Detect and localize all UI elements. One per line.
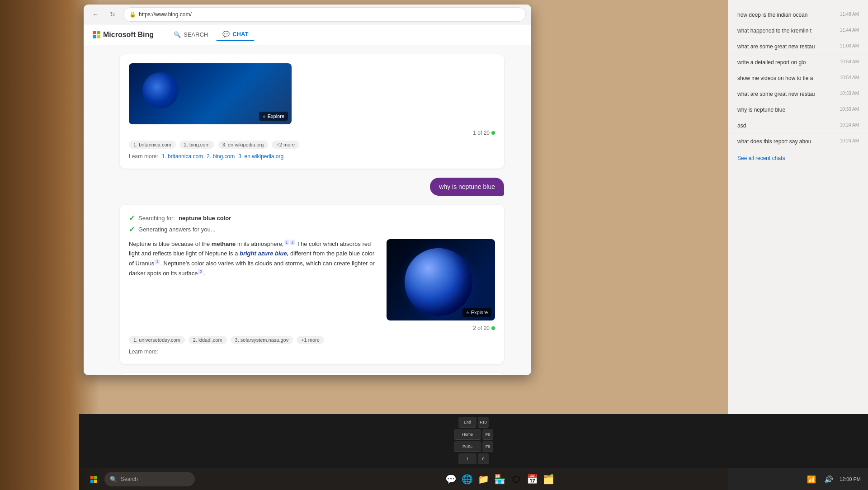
generating-line: ✓ Generating answers for you... (129, 225, 495, 234)
learn-more-row-1: Learn more: 1. britannica.com 2. bing.co… (129, 153, 495, 160)
chat-time-7: 10:33 AM (840, 107, 859, 112)
learn-link-1[interactable]: 1. britannica.com (162, 153, 203, 160)
source-links-2: 1. universetoday.com 2. kidadl.com 3. so… (129, 336, 495, 344)
message-counter-1: 1 of 20 (129, 130, 495, 136)
key-0[interactable]: 0 (478, 453, 489, 464)
chat-text-9: what does this report say abou (737, 138, 828, 145)
explore-button-1[interactable]: ⟐ Explore (259, 112, 288, 121)
key-prtsc[interactable]: PrtSc (454, 441, 481, 452)
sup-3: 1 (155, 259, 160, 264)
taskbar-explorer[interactable]: 📁 (476, 472, 491, 486)
taskbar-left: 🔍 Search (86, 472, 195, 486)
check-icon-2: ✓ (129, 225, 135, 234)
sup-2: 2 (290, 240, 295, 245)
chat-time-4: 10:58 AM (840, 59, 859, 64)
taskbar-copilot[interactable]: ⬡ (509, 472, 524, 486)
learn-more-row-2: Learn more: (129, 349, 495, 355)
chat-time-5: 10:54 AM (840, 75, 859, 80)
recent-chat-6[interactable]: what are some great new restau 10:33 AM (728, 86, 868, 102)
neptune-planet-image: ⟐ Explore (387, 239, 495, 320)
taskbar-calendar[interactable]: 📅 (525, 472, 540, 486)
keyboard-row-1: End F10 (83, 417, 864, 428)
windows-logo (90, 476, 97, 483)
taskbar-search-icon: 🔍 (110, 476, 117, 483)
tab-chat[interactable]: 💬 CHAT (216, 28, 255, 41)
taskbar-volume[interactable]: 🔊 (822, 473, 835, 485)
explore-icon-1: ⟐ (263, 113, 266, 119)
see-all-chats[interactable]: See all recent chats (728, 150, 868, 167)
key-1[interactable]: 1 (458, 453, 476, 464)
taskbar-edge[interactable]: 🌐 (460, 472, 475, 486)
taskbar-store[interactable]: 🏪 (493, 472, 507, 486)
taskbar-files[interactable]: 🗂️ (542, 472, 556, 486)
message-counter-2: 2 of 20 (129, 325, 495, 331)
chat-area: ⟐ Explore 1 of 20 1. britannica.com 2. b… (84, 45, 531, 375)
chat-time-3: 11:00 AM (840, 43, 859, 48)
response-text: Neptune is blue because of the methane i… (129, 239, 379, 320)
resp-text-7: . (203, 270, 205, 277)
sup-1: 1 (284, 240, 289, 245)
address-bar[interactable]: 🔒 https://www.bing.com/ (123, 7, 526, 22)
user-message: why is neptune blue (430, 178, 504, 196)
source2-pill-more[interactable]: +1 more (297, 336, 324, 344)
recent-chat-7[interactable]: why is neptune blue 10:33 AM (728, 102, 868, 118)
source2-pill-2[interactable]: 2. kidadl.com (189, 336, 227, 344)
taskbar-right: 📶 🔊 12:00 PM (805, 473, 861, 485)
recent-chat-9[interactable]: what does this report say abou 10:24 AM (728, 134, 868, 150)
key-f9[interactable]: F9 (482, 429, 493, 440)
green-dot-2 (491, 326, 495, 330)
taskbar-search[interactable]: 🔍 Search (104, 472, 195, 486)
recent-chat-4[interactable]: write a detailed report on glo 10:58 AM (728, 55, 868, 71)
bing-logo-text: Microsoft Bing (103, 31, 154, 39)
key-end[interactable]: End (458, 417, 476, 428)
tab-search[interactable]: 🔍 SEARCH (167, 28, 214, 41)
explore-button-2[interactable]: ⟐ Explore (462, 308, 491, 317)
chat-time-8: 10:24 AM (840, 122, 859, 127)
nav-tabs: 🔍 SEARCH 💬 CHAT (167, 28, 255, 41)
taskbar-center: 💬 🌐 📁 🏪 ⬡ 📅 🗂️ (444, 472, 556, 486)
windows-start-button[interactable] (86, 472, 101, 486)
bing-logo: Microsoft Bing (93, 31, 154, 39)
taskbar-clock: 12:00 PM (840, 476, 861, 482)
taskbar-teams[interactable]: 💬 (444, 472, 458, 486)
key-home[interactable]: Home (454, 429, 481, 440)
source2-pill-3[interactable]: 3. solarsystem.nasa.gov (231, 336, 293, 344)
source-pill-1[interactable]: 1. britannica.com (129, 141, 176, 149)
source-pill-3[interactable]: 3. en.wikipedia.org (218, 141, 269, 149)
keyboard-rows: End F10 Home F9 PrtSc F8 1 0 (79, 414, 868, 467)
follow-up-area: What is the temperature on Neptune? How … (120, 373, 504, 375)
chat-text-2: what happened to the kremlin t (737, 28, 828, 34)
azure-bold: bright azure blue, (240, 250, 288, 257)
recent-chat-5[interactable]: show me videos on how to tie a 10:54 AM (728, 71, 868, 86)
first-response-block: ⟐ Explore 1 of 20 1. britannica.com 2. b… (120, 54, 504, 169)
browser-topbar: ← ↻ 🔒 https://www.bing.com/ (84, 5, 531, 24)
methane-bold: methane (212, 240, 236, 247)
learn-link-2[interactable]: 2. bing.com (207, 153, 235, 160)
recent-chat-3[interactable]: what are some great new restau 11:00 AM (728, 39, 868, 55)
learn-more-label-1: Learn more: (129, 153, 158, 160)
resp-text-2: in its atmosphere, (236, 240, 283, 247)
explore-icon-2: ⟐ (466, 310, 469, 315)
recent-chat-8[interactable]: asd 10:24 AM (728, 118, 868, 134)
back-button[interactable]: ← (89, 8, 102, 21)
source-pill-2[interactable]: 2. bing.com (179, 141, 214, 149)
key-f8[interactable]: F8 (482, 441, 493, 452)
neptune-sphere (405, 248, 472, 316)
key-f10[interactable]: F10 (478, 417, 489, 428)
chat-text-8: asd (737, 122, 828, 129)
chat-time-9: 10:24 AM (840, 138, 859, 143)
learn-link-3[interactable]: 3. en.wikipedia.org (238, 153, 283, 160)
source2-pill-1[interactable]: 1. universetoday.com (129, 336, 185, 344)
source-pill-more[interactable]: +2 more (272, 141, 299, 149)
keyboard-row-3: PrtSc F8 (83, 441, 864, 452)
chat-text-3: what are some great new restau (737, 43, 828, 50)
recent-chat-1[interactable]: how deep is the indian ocean 11:48 AM (728, 7, 868, 23)
chat-time-1: 11:48 AM (840, 12, 859, 17)
chat-text-6: what are some great new restau (737, 91, 828, 97)
keyboard-row-2: Home F9 (83, 429, 864, 440)
learn-more-label-2: Learn more: (129, 349, 158, 355)
refresh-button[interactable]: ↻ (106, 8, 119, 21)
taskbar-network[interactable]: 📶 (805, 473, 818, 485)
recent-chat-2[interactable]: what happened to the kremlin t 11:44 AM (728, 23, 868, 39)
search-term: neptune blue color (179, 215, 231, 221)
